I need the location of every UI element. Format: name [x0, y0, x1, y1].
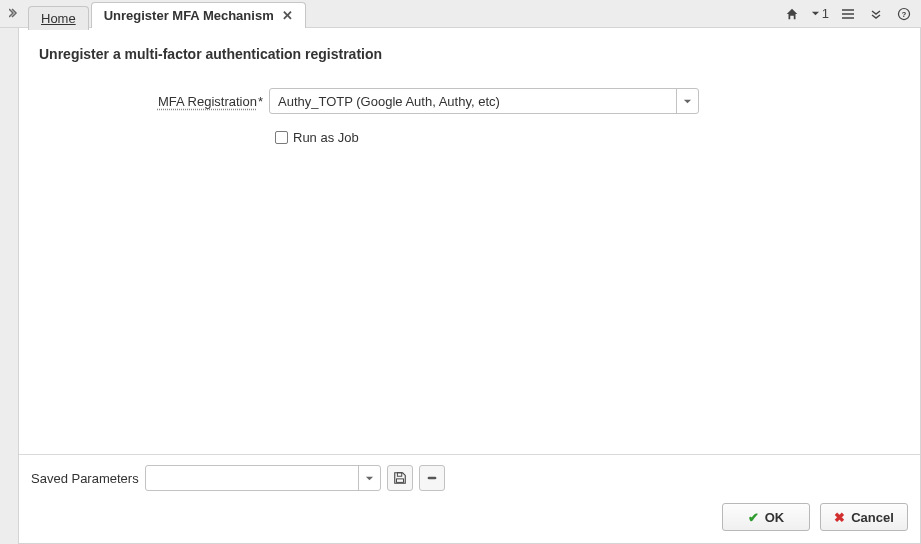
save-parameters-button[interactable]: [387, 465, 413, 491]
caret-down-icon: [811, 9, 820, 18]
panel-body: Unregister a multi-factor authentication…: [19, 28, 920, 454]
tabstrip-expand-icon[interactable]: [6, 5, 22, 21]
button-row: ✔ OK ✖ Cancel: [31, 503, 908, 531]
footer: Saved Parameters: [19, 454, 920, 543]
help-icon[interactable]: ?: [895, 5, 913, 23]
minus-icon: [425, 471, 439, 485]
menu-icon[interactable]: [839, 5, 857, 23]
ok-button[interactable]: ✔ OK: [722, 503, 810, 531]
tab-home[interactable]: Home: [28, 6, 89, 30]
history-count: 1: [822, 6, 829, 21]
collapse-icon[interactable]: [867, 5, 885, 23]
saved-parameters-caret-icon[interactable]: [358, 466, 380, 490]
ok-button-label: OK: [765, 510, 785, 525]
tab-home-label: Home: [41, 11, 76, 26]
delete-parameters-button[interactable]: [419, 465, 445, 491]
saved-parameters-value: [146, 466, 358, 490]
mfa-registration-select[interactable]: Authy_TOTP (Google Auth, Authy, etc): [269, 88, 699, 114]
history-dropdown[interactable]: 1: [811, 6, 829, 21]
run-as-job-label: Run as Job: [293, 130, 359, 145]
mfa-registration-row: MFA Registration* Authy_TOTP (Google Aut…: [39, 88, 900, 114]
tab-unregister-mfa[interactable]: Unregister MFA Mechanism ✕: [91, 2, 306, 28]
mfa-registration-value: Authy_TOTP (Google Auth, Authy, etc): [270, 89, 676, 113]
run-as-job-row: Run as Job: [275, 130, 900, 145]
mfa-registration-label: MFA Registration: [158, 94, 257, 109]
floppy-disk-icon: [393, 471, 407, 485]
check-icon: ✔: [748, 510, 759, 525]
mfa-registration-caret-icon[interactable]: [676, 89, 698, 113]
saved-parameters-label: Saved Parameters: [31, 471, 139, 486]
main-panel: Unregister a multi-factor authentication…: [18, 28, 921, 544]
cancel-button-label: Cancel: [851, 510, 894, 525]
tab-unregister-mfa-label: Unregister MFA Mechanism: [104, 8, 274, 23]
svg-rect-4: [427, 477, 436, 480]
tabstrip: Home Unregister MFA Mechanism ✕: [4, 0, 775, 27]
saved-parameters-row: Saved Parameters: [31, 465, 908, 491]
x-icon: ✖: [834, 510, 845, 525]
required-mark: *: [258, 94, 263, 109]
svg-rect-3: [396, 479, 403, 483]
page-title: Unregister a multi-factor authentication…: [39, 46, 900, 62]
home-icon[interactable]: [783, 5, 801, 23]
cancel-button[interactable]: ✖ Cancel: [820, 503, 908, 531]
toolbar-right: 1 ?: [775, 5, 921, 23]
run-as-job-checkbox[interactable]: [275, 131, 288, 144]
svg-text:?: ?: [902, 10, 907, 19]
tab-close-icon[interactable]: ✕: [282, 8, 293, 23]
topbar: Home Unregister MFA Mechanism ✕ 1 ?: [0, 0, 921, 28]
saved-parameters-select[interactable]: [145, 465, 381, 491]
